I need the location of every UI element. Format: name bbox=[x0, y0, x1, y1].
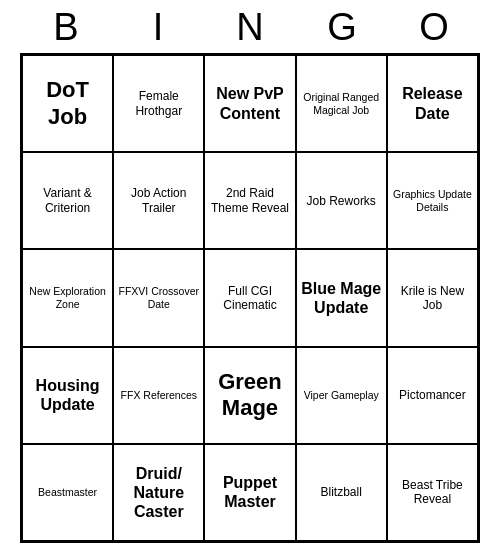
bingo-header: BINGO bbox=[20, 0, 480, 53]
title-letter: N bbox=[227, 6, 273, 49]
bingo-cell: Job Reworks bbox=[296, 152, 387, 249]
bingo-cell: Variant & Criterion bbox=[22, 152, 113, 249]
bingo-cell: New Exploration Zone bbox=[22, 249, 113, 346]
bingo-cell: Krile is New Job bbox=[387, 249, 478, 346]
bingo-cell: Druid/ Nature Caster bbox=[113, 444, 204, 541]
title-letter: O bbox=[411, 6, 457, 49]
bingo-cell: FFXVI Crossover Date bbox=[113, 249, 204, 346]
bingo-cell: Release Date bbox=[387, 55, 478, 152]
bingo-cell: New PvP Content bbox=[204, 55, 295, 152]
bingo-cell: Viper Gameplay bbox=[296, 347, 387, 444]
bingo-cell: Puppet Master bbox=[204, 444, 295, 541]
bingo-cell: Green Mage bbox=[204, 347, 295, 444]
bingo-cell: FFX References bbox=[113, 347, 204, 444]
bingo-cell: Female Hrothgar bbox=[113, 55, 204, 152]
bingo-cell: Beastmaster bbox=[22, 444, 113, 541]
bingo-cell: DoT Job bbox=[22, 55, 113, 152]
bingo-cell: Pictomancer bbox=[387, 347, 478, 444]
bingo-cell: Full CGI Cinematic bbox=[204, 249, 295, 346]
bingo-cell: Blitzball bbox=[296, 444, 387, 541]
bingo-cell: Original Ranged Magical Job bbox=[296, 55, 387, 152]
bingo-cell: 2nd Raid Theme Reveal bbox=[204, 152, 295, 249]
title-letter: G bbox=[319, 6, 365, 49]
bingo-grid: DoT JobFemale HrothgarNew PvP ContentOri… bbox=[20, 53, 480, 543]
bingo-cell: Housing Update bbox=[22, 347, 113, 444]
title-letter: I bbox=[135, 6, 181, 49]
bingo-cell: Blue Mage Update bbox=[296, 249, 387, 346]
title-letter: B bbox=[43, 6, 89, 49]
bingo-cell: Beast Tribe Reveal bbox=[387, 444, 478, 541]
bingo-cell: Job Action Trailer bbox=[113, 152, 204, 249]
bingo-cell: Graphics Update Details bbox=[387, 152, 478, 249]
